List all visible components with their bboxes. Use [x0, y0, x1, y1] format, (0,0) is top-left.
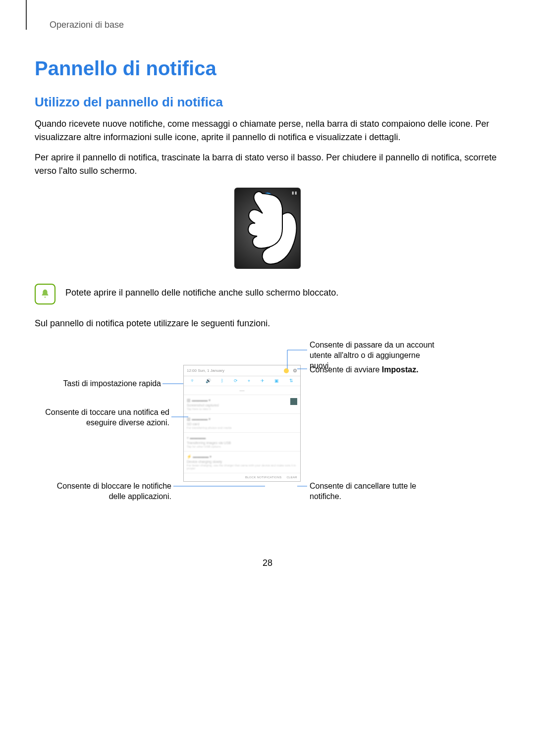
note-text: Potete aprire il pannello delle notifich… [65, 284, 338, 298]
callout-quick-settings: Tasti di impostazione rapida [40, 379, 161, 389]
callout-tap-notification: Consente di toccare una notifica ed eseg… [40, 407, 169, 428]
notification-item: ⚡ ▬▬▬▬ ▾ Device charging slowly For fast… [184, 452, 300, 473]
paragraph: Per aprire il pannello di notifica, tras… [35, 151, 500, 178]
paragraph: Sul pannello di notifica potete utilizza… [35, 317, 500, 330]
block-notifications-label: BLOCK NOTIFICATIONS [245, 476, 282, 479]
swipe-down-figure: ▮ ▮ [35, 188, 500, 269]
page-number: 28 [35, 558, 500, 568]
annotated-diagram: 12:00 Sun, 1 January ⚙ ᯤ 🔊 ᛒ ⟳ ⌖ ✈ ▣ ⇅ —… [40, 340, 495, 538]
quick-toggles-row: ᯤ 🔊 ᛒ ⟳ ⌖ ✈ ▣ ⇅ [184, 376, 300, 386]
note-bell-icon [35, 284, 55, 304]
panel-time: 12:00 Sun, 1 January [187, 368, 224, 373]
wifi-icon: ᯤ [191, 378, 195, 384]
bluetooth-icon: ᛒ [221, 378, 223, 384]
notification-item: ▧ ▬▬▬▬ ▾ Screenshot captured Tap here to… [184, 395, 300, 414]
notification-item: ▧ ▬▬▬▬ ▾ SD card For transferring photos… [184, 414, 300, 433]
section-header: Operazioni di base [35, 20, 500, 30]
powersave-icon: ▣ [274, 378, 279, 384]
clear-label: CLEAR [286, 476, 297, 479]
callout-clear-all: Consente di cancellare tutte le notifich… [310, 481, 438, 502]
location-icon: ⌖ [248, 378, 250, 384]
callout-launch-settings: Consente di avviare Impostaz. [310, 365, 448, 375]
paragraph: Quando ricevete nuove notifiche, come me… [35, 117, 500, 144]
sound-icon: 🔊 [206, 378, 211, 384]
callout-block-notifications: Consente di bloccare le notifiche delle … [40, 481, 171, 502]
section-title: Utilizzo del pannello di notifica [35, 95, 500, 110]
notification-item: ▿ ▬▬▬▬ Transferring images via USB Tap f… [184, 433, 300, 452]
margin-line [26, 0, 27, 30]
page-title: Pannello di notifica [35, 57, 500, 80]
settings-gear-icon: ⚙ [293, 368, 297, 373]
airplane-icon: ✈ [261, 378, 265, 384]
notification-panel-mock: 12:00 Sun, 1 January ⚙ ᯤ 🔊 ᛒ ⟳ ⌖ ✈ ▣ ⇅ —… [183, 365, 301, 482]
drag-handle: — [184, 386, 300, 395]
rotate-icon: ⟳ [234, 378, 238, 384]
sort-icon: ⇅ [289, 378, 293, 384]
user-account-icon [284, 368, 289, 373]
